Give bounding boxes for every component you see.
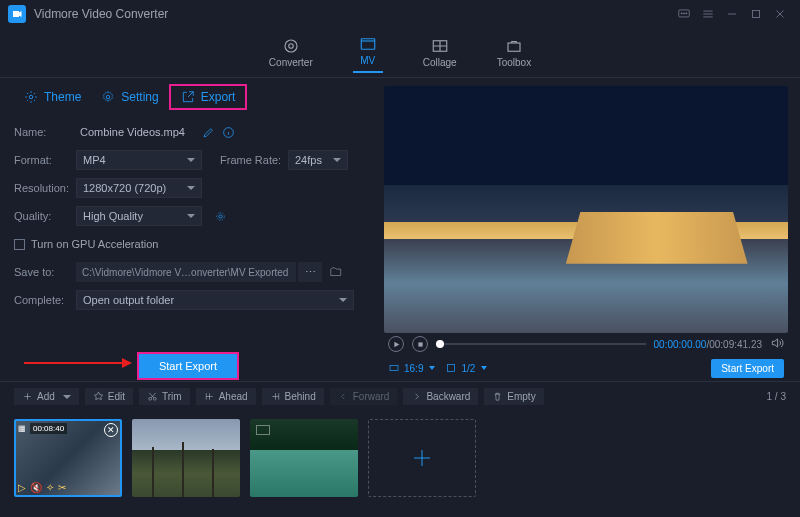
tab-label: Converter bbox=[269, 57, 313, 68]
subtab-label: Theme bbox=[44, 90, 81, 104]
tab-label: MV bbox=[360, 55, 375, 66]
time-display: 00:00:00.00/00:09:41.23 bbox=[654, 339, 762, 350]
svg-point-6 bbox=[289, 44, 294, 49]
svg-point-13 bbox=[218, 214, 221, 217]
tab-mv[interactable]: MV bbox=[353, 35, 383, 70]
menu-icon[interactable] bbox=[696, 2, 720, 26]
svg-rect-7 bbox=[361, 39, 375, 50]
chevron-down-icon bbox=[481, 366, 487, 370]
tab-label: Collage bbox=[423, 57, 457, 68]
tab-label: Toolbox bbox=[497, 57, 531, 68]
clip-overlay: ▦00:08:40 bbox=[18, 423, 118, 434]
empty-button[interactable]: Empty bbox=[484, 388, 543, 405]
clip-play-icon[interactable]: ▷ bbox=[18, 482, 26, 493]
clip-item[interactable]: ▦00:08:40 ✕ ▷🔇✧✂ bbox=[14, 419, 122, 497]
chevron-down-icon bbox=[429, 366, 435, 370]
saveto-label: Save to: bbox=[14, 266, 76, 278]
chevron-down-icon bbox=[187, 186, 195, 190]
subtab-export[interactable]: Export bbox=[169, 84, 248, 110]
timeline: ▦00:08:40 ✕ ▷🔇✧✂ bbox=[0, 411, 800, 507]
close-button[interactable] bbox=[768, 2, 792, 26]
chevron-down-icon bbox=[187, 214, 195, 218]
edit-button[interactable]: Edit bbox=[85, 388, 133, 405]
subtab-theme[interactable]: Theme bbox=[14, 84, 91, 110]
progress-slider[interactable] bbox=[436, 343, 646, 345]
subtab-label: Setting bbox=[121, 90, 158, 104]
behind-button[interactable]: Behind bbox=[262, 388, 324, 405]
quality-label: Quality: bbox=[14, 210, 76, 222]
clip-trim-icon[interactable]: ✂ bbox=[58, 482, 66, 493]
svg-point-5 bbox=[285, 40, 297, 52]
maximize-button[interactable] bbox=[744, 2, 768, 26]
forward-button[interactable]: Forward bbox=[330, 388, 398, 405]
info-icon[interactable] bbox=[220, 124, 236, 140]
tab-converter[interactable]: Converter bbox=[269, 37, 313, 68]
svg-rect-9 bbox=[508, 43, 520, 51]
clip-item[interactable] bbox=[250, 419, 358, 497]
svg-rect-4 bbox=[753, 11, 760, 18]
start-export-button[interactable]: Start Export bbox=[137, 352, 239, 380]
format-label: Format: bbox=[14, 154, 76, 166]
zoom-select[interactable]: 1/2 bbox=[445, 362, 487, 374]
browse-button[interactable]: ⋯ bbox=[298, 262, 322, 282]
preview-options: 16:9 1/2 Start Export bbox=[384, 355, 788, 381]
chevron-down-icon bbox=[333, 158, 341, 162]
clip-toolbar: Add Edit Trim Ahead Behind Forward Backw… bbox=[0, 381, 800, 411]
app-logo bbox=[8, 5, 26, 23]
svg-point-10 bbox=[29, 95, 33, 99]
feedback-icon[interactable] bbox=[672, 2, 696, 26]
titlebar: Vidmore Video Converter bbox=[0, 0, 800, 28]
svg-rect-15 bbox=[390, 366, 398, 371]
clip-remove-icon[interactable]: ✕ bbox=[104, 423, 118, 437]
tab-collage[interactable]: Collage bbox=[423, 37, 457, 68]
framerate-select[interactable]: 24fps bbox=[288, 150, 348, 170]
gear-icon[interactable] bbox=[212, 208, 228, 224]
preview-panel: 00:00:00.00/00:09:41.23 16:9 1/2 Start E… bbox=[376, 78, 800, 381]
start-export-small-button[interactable]: Start Export bbox=[711, 359, 784, 378]
aspect-ratio-select[interactable]: 16:9 bbox=[388, 362, 435, 374]
quality-select[interactable]: High Quality bbox=[76, 206, 202, 226]
clip-mute-icon[interactable]: 🔇 bbox=[30, 482, 42, 493]
tab-toolbox[interactable]: Toolbox bbox=[497, 37, 531, 68]
page-indicator: 1 / 3 bbox=[767, 391, 786, 402]
player-controls: 00:00:00.00/00:09:41.23 bbox=[384, 333, 788, 355]
framerate-label: Frame Rate: bbox=[220, 154, 288, 166]
play-button[interactable] bbox=[388, 336, 404, 352]
resolution-label: Resolution: bbox=[14, 182, 76, 194]
clip-item[interactable] bbox=[132, 419, 240, 497]
backward-button[interactable]: Backward bbox=[403, 388, 478, 405]
trim-button[interactable]: Trim bbox=[139, 388, 190, 405]
svg-point-1 bbox=[681, 13, 682, 14]
complete-label: Complete: bbox=[14, 294, 76, 306]
clip-actions: ▷🔇✧✂ bbox=[18, 482, 66, 493]
video-preview[interactable] bbox=[384, 86, 788, 333]
annotation-arrow bbox=[24, 362, 124, 364]
subtab-label: Export bbox=[201, 90, 236, 104]
open-folder-icon[interactable] bbox=[326, 262, 346, 282]
svg-point-2 bbox=[683, 13, 684, 14]
resolution-select[interactable]: 1280x720 (720p) bbox=[76, 178, 202, 198]
svg-point-3 bbox=[686, 13, 687, 14]
format-select[interactable]: MP4 bbox=[76, 150, 202, 170]
name-input[interactable] bbox=[76, 124, 196, 140]
gpu-checkbox[interactable] bbox=[14, 239, 25, 250]
add-button[interactable]: Add bbox=[14, 388, 79, 405]
edit-icon[interactable] bbox=[200, 124, 216, 140]
volume-icon[interactable] bbox=[770, 336, 784, 352]
name-label: Name: bbox=[14, 126, 76, 138]
ahead-button[interactable]: Ahead bbox=[196, 388, 256, 405]
add-clip-button[interactable] bbox=[368, 419, 476, 497]
subtab-setting[interactable]: Setting bbox=[91, 84, 168, 110]
clip-star-icon[interactable]: ✧ bbox=[46, 482, 54, 493]
gpu-label: Turn on GPU Acceleration bbox=[31, 238, 158, 250]
clip-duration: 00:08:40 bbox=[30, 423, 67, 434]
app-title: Vidmore Video Converter bbox=[34, 7, 672, 21]
export-panel: Theme Setting Export Name: Format: MP4 F… bbox=[0, 78, 376, 381]
chevron-down-icon bbox=[187, 158, 195, 162]
svg-point-11 bbox=[107, 95, 111, 99]
complete-select[interactable]: Open output folder bbox=[76, 290, 354, 310]
minimize-button[interactable] bbox=[720, 2, 744, 26]
chevron-down-icon bbox=[339, 298, 347, 302]
stop-button[interactable] bbox=[412, 336, 428, 352]
svg-rect-16 bbox=[448, 365, 455, 372]
